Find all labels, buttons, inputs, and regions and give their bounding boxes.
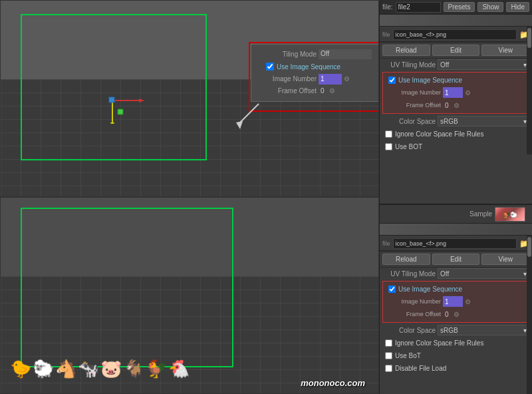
scroll-bar-bottom[interactable] (527, 236, 532, 394)
image-number-row-panel-bottom: Image Number ⚙ (384, 296, 527, 307)
reload-button-bottom[interactable]: Reload (382, 254, 430, 265)
color-space-label-top: Color Space (382, 118, 436, 125)
right-panel: file: Presets Show Hide file 📁 (379, 0, 532, 394)
disable-file-row-bottom: Disable File Load (380, 362, 532, 374)
edit-button-bottom[interactable]: Edit (432, 254, 480, 265)
img-num-label-top: Image Number (384, 89, 441, 96)
animal-scene: 🐤 🐑 🐴 🐄 🐷 🐐 🐓 🐔 (7, 247, 372, 380)
action-row-bottom: Reload Edit View (380, 251, 532, 268)
uv-tiling-dropdown-bottom[interactable]: Off ▾ (438, 268, 529, 279)
color-space-dropdown-bottom[interactable]: sRGB ▾ (438, 325, 529, 335)
view-button-bottom[interactable]: View (481, 254, 529, 265)
use-img-seq-checkbox-top[interactable] (266, 63, 274, 71)
view-button-top[interactable]: View (481, 45, 529, 56)
uv-tiling-row-bottom: UV Tiling Mode Off ▾ (380, 268, 532, 280)
frame-offset-row-panel-top: Frame Offset 0 ⚙ (384, 99, 527, 111)
color-space-row-top: Color Space sRGB ▾ (380, 115, 532, 127)
hide-button[interactable]: Hide (506, 2, 529, 12)
color-space-dropdown-top[interactable]: sRGB ▾ (438, 116, 529, 126)
animal-cow: 🐄 (78, 360, 99, 377)
main-wrapper: Tiling Mode Off Use Image Sequence Image… (0, 0, 532, 394)
uv-tiling-label-top: UV Tiling Mode (382, 61, 436, 69)
file-path-input-bottom[interactable] (393, 238, 517, 249)
ignore-cs-checkbox-bottom[interactable] (385, 339, 392, 347)
tiling-mode-val-top: Off (319, 49, 372, 59)
img-num-gear-bottom[interactable]: ⚙ (465, 298, 471, 305)
animal-sheep: 🐑 (33, 360, 54, 377)
show-button[interactable]: Show (477, 2, 503, 12)
file-path-row-bottom: file 📁 (380, 237, 532, 251)
file-input[interactable] (396, 2, 441, 13)
svg-rect-5 (118, 109, 123, 114)
frame-off-val-bottom: 0 (443, 311, 449, 318)
sample-label: Sample (469, 210, 492, 218)
watermark: mononoco.com (301, 378, 365, 388)
use-bot-label-bottom: Use BoT (395, 352, 421, 359)
disable-file-label-bottom: Disable File Load (395, 365, 446, 372)
use-img-seq-checkbox-panel-bottom[interactable] (388, 286, 396, 293)
use-bot-label-top: Use BOT (395, 143, 422, 150)
disable-file-checkbox-bottom[interactable] (385, 365, 392, 372)
scroll-bar-top[interactable] (527, 27, 532, 154)
ignore-cs-row-bottom: Ignore Color Space File Rules (380, 337, 532, 349)
edit-button-top[interactable]: Edit (432, 45, 480, 56)
uv-tiling-row-top: UV Tiling Mode Off ▾ (380, 59, 532, 71)
use-img-seq-row-panel-bottom: Use Image Sequence (384, 283, 527, 295)
frame-offset-row-panel-bottom: Frame Offset 0 ⚙ (384, 308, 527, 320)
sample-row: Sample 🐓🐑 (380, 205, 532, 224)
top-popup-overlay: Tiling Mode Off Use Image Sequence Image… (251, 44, 379, 102)
animal-hen: 🐔 (168, 360, 190, 377)
use-img-seq-row-top: Use Image Sequence (263, 61, 379, 73)
sample-thumb: 🐓🐑 (495, 207, 525, 222)
transform-gizmo (99, 77, 152, 124)
ignore-cs-label-top: Ignore Color Space File Rules (395, 130, 483, 138)
ignore-cs-row-top: Ignore Color Space File Rules (380, 128, 532, 140)
frame-offset-row-top: Frame Offset 0 ⚙ (257, 85, 379, 97)
image-number-input-panel-top[interactable] (443, 87, 463, 98)
panel-top-half: file 📁 Reload Edit View UV Tiling Mode (380, 15, 532, 205)
viewport-bottom: 🐤 🐑 🐴 🐄 🐷 🐐 🐓 🐔 Tiling Mode Off (0, 197, 379, 394)
svg-rect-4 (109, 97, 114, 102)
use-bot-checkbox-top[interactable] (385, 143, 392, 150)
viewport-top: Tiling Mode Off Use Image Sequence Image… (0, 0, 379, 197)
frame-off-label-bottom: Frame Offset (384, 311, 441, 317)
uv-tiling-label-bottom: UV Tiling Mode (382, 270, 436, 278)
use-img-seq-label-panel-bottom: Use Image Sequence (398, 286, 462, 293)
img-num-label-bottom: Image Number (384, 298, 441, 305)
image-number-input-panel-bottom[interactable] (443, 296, 463, 307)
panel-header: file: Presets Show Hide (380, 0, 532, 15)
viewport-area: Tiling Mode Off Use Image Sequence Image… (0, 0, 379, 394)
animal-rooster: 🐓 (146, 360, 167, 377)
frame-offset-val-top: 0 (319, 87, 325, 95)
use-img-seq-row-panel-top: Use Image Sequence (384, 74, 527, 86)
frame-offset-label-top: Frame Offset (257, 87, 317, 95)
image-number-row-top: Image Number ⚙ (257, 73, 379, 85)
img-num-gear-top[interactable]: ⚙ (465, 89, 471, 97)
frame-off-label-top: Frame Offset (384, 102, 441, 108)
use-bot-row-bottom: Use BoT (380, 349, 532, 361)
image-number-label-top: Image Number (257, 75, 317, 83)
uv-tiling-dropdown-top[interactable]: Off ▾ (438, 59, 529, 70)
panel-bottom-half: Sample 🐓🐑 file 📁 (380, 205, 532, 394)
file-path-input-top[interactable] (393, 29, 517, 40)
use-bot-row-top: Use BOT (380, 140, 532, 152)
file-label: file: (382, 3, 393, 11)
reload-button-top[interactable]: Reload (382, 45, 430, 56)
scroll-thumb-top (527, 28, 531, 48)
file-path-label-bottom: file (382, 240, 390, 247)
image-number-row-panel-top: Image Number ⚙ (384, 87, 527, 98)
frame-off-gear-top[interactable]: ⚙ (454, 102, 460, 109)
frame-offset-gear-top[interactable]: ⚙ (329, 87, 335, 95)
frame-off-gear-bottom[interactable]: ⚙ (454, 311, 460, 318)
file-path-row-top: file 📁 (380, 28, 532, 42)
ignore-cs-checkbox-top[interactable] (385, 130, 392, 138)
image-number-input-top[interactable] (319, 74, 342, 85)
animal-horse: 🐴 (55, 360, 76, 377)
use-bot-checkbox-bottom[interactable] (385, 352, 392, 359)
color-space-label-bottom: Color Space (382, 327, 436, 334)
animal-pig: 🐷 (100, 360, 122, 377)
presets-button[interactable]: Presets (444, 2, 475, 12)
image-number-gear-top[interactable]: ⚙ (344, 75, 350, 83)
color-space-row-bottom: Color Space sRGB ▾ (380, 324, 532, 336)
use-img-seq-checkbox-panel-top[interactable] (388, 77, 396, 84)
